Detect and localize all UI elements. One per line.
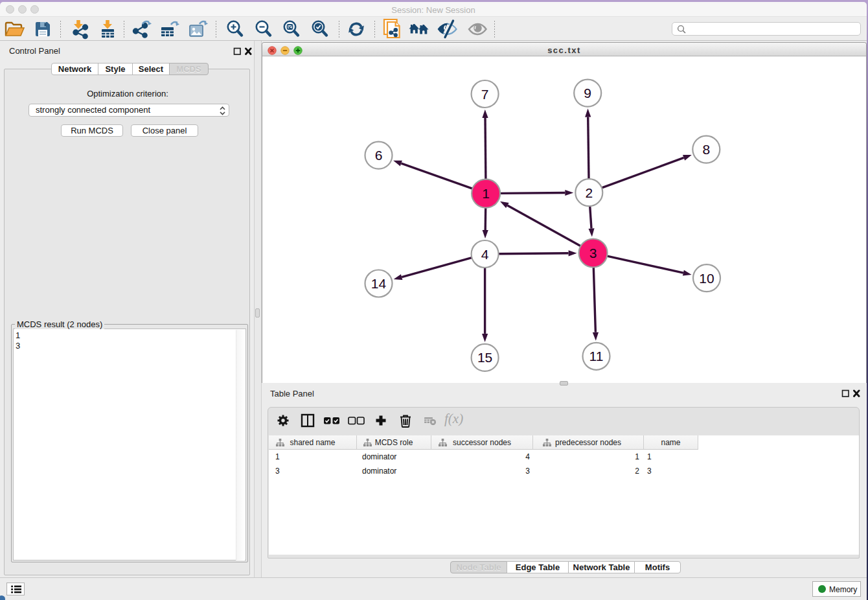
svg-text:2: 2 [585, 185, 593, 200]
svg-text:7: 7 [481, 87, 489, 102]
svg-text:1: 1 [482, 186, 490, 201]
svg-text:3: 3 [589, 246, 597, 260]
svg-text:11: 11 [589, 349, 604, 363]
svg-text:6: 6 [375, 148, 383, 163]
svg-text:10: 10 [699, 271, 714, 286]
svg-text:8: 8 [702, 142, 710, 157]
svg-text:14: 14 [371, 276, 387, 291]
svg-text:15: 15 [477, 350, 492, 365]
svg-text:4: 4 [481, 247, 489, 262]
svg-text:9: 9 [584, 86, 591, 100]
